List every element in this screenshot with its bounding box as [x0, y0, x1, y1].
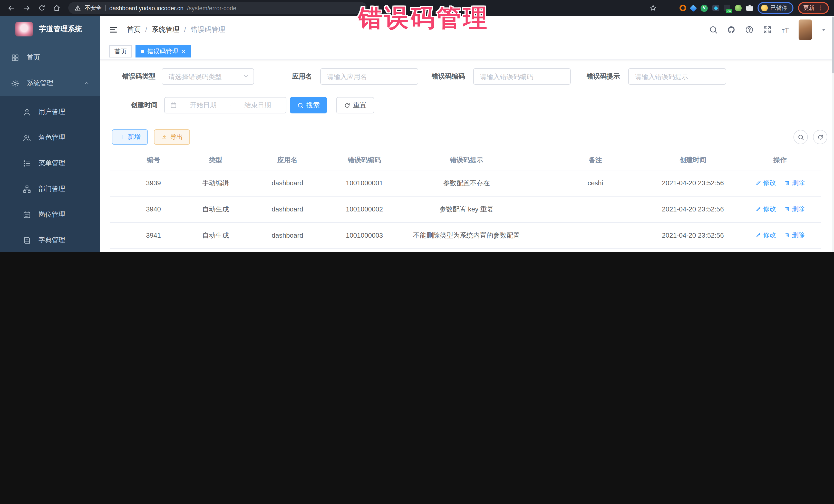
search-button[interactable]: 搜索: [290, 97, 327, 113]
filter-app-input[interactable]: [320, 68, 418, 85]
filter-type-select[interactable]: [162, 68, 254, 85]
date-end-placeholder[interactable]: 结束日期: [235, 101, 281, 110]
forward-icon[interactable]: [23, 4, 31, 12]
sidebar-item-角色管理[interactable]: 角色管理: [0, 125, 100, 150]
trash-icon: [784, 232, 790, 238]
delete-link[interactable]: 删除: [784, 203, 805, 214]
table-row: 3939手动编辑dashboard1001000001参数配置不存在ceshi2…: [110, 170, 821, 196]
cell-memo: [545, 196, 646, 222]
tab-close-icon[interactable]: [181, 49, 186, 53]
github-icon[interactable]: [727, 25, 736, 34]
delete-link[interactable]: 删除: [784, 229, 805, 240]
app-logo[interactable]: 芋道管理系统: [0, 16, 100, 43]
cell-id: 3942: [110, 248, 197, 252]
tab-bar: 首页错误码管理: [100, 43, 834, 60]
avatar-caret-down-icon[interactable]: [821, 26, 827, 32]
export-button-label: 导出: [170, 133, 183, 141]
bookmark-star-icon[interactable]: [649, 4, 657, 12]
browser-home-icon[interactable]: [53, 4, 61, 12]
cell-time: 2021-04-20 23:52:56: [646, 196, 740, 222]
extensions-puzzle-icon[interactable]: [746, 5, 753, 11]
refresh-icon: [817, 134, 824, 140]
sidebar-item-label: 用户管理: [39, 107, 65, 116]
sidebar-item-岗位管理[interactable]: 岗位管理: [0, 202, 100, 227]
sidebar-item-用户管理[interactable]: 用户管理: [0, 99, 100, 125]
search-icon: [297, 102, 304, 109]
extension-orange-icon[interactable]: [680, 5, 686, 11]
column-header-备注: 备注: [545, 150, 646, 170]
refresh-icon: [344, 102, 351, 109]
export-button[interactable]: 导出: [154, 129, 190, 145]
table-header-row: 编号类型应用名错误码编码错误码提示备注创建时间操作: [110, 150, 821, 170]
extension-vue-devtools-icon[interactable]: V: [701, 4, 708, 12]
sidebar-item-字典管理[interactable]: 字典管理: [0, 227, 100, 252]
update-label: 更新: [803, 4, 814, 12]
breadcrumb: 首页/系统管理/错误码管理: [127, 25, 225, 34]
search-icon[interactable]: [709, 25, 718, 34]
cell-id: 3939: [110, 170, 197, 196]
cell-msg: 不允许获取敏感配置到前端: [389, 248, 545, 252]
sidebar-item-首页[interactable]: 首页: [0, 45, 100, 70]
sidebar-item-部门管理[interactable]: 部门管理: [0, 176, 100, 202]
delete-link[interactable]: 删除: [784, 177, 805, 188]
filter-type-input[interactable]: [162, 68, 254, 85]
tab-label: 首页: [114, 47, 127, 56]
cell-msg: 参数配置不存在: [389, 170, 545, 196]
refresh-table-button[interactable]: [813, 130, 827, 144]
edit-link[interactable]: 修改: [755, 177, 776, 188]
date-range-picker[interactable]: 开始日期 - 结束日期: [164, 97, 286, 113]
add-button[interactable]: 新增: [112, 129, 148, 145]
breadcrumb-item[interactable]: 系统管理: [152, 25, 180, 34]
profile-paused-pill[interactable]: 已暂停: [758, 2, 793, 14]
extension-grid-icon[interactable]: [712, 5, 719, 11]
user-avatar[interactable]: [798, 19, 812, 40]
show-search-button[interactable]: [793, 130, 808, 144]
reload-icon[interactable]: [38, 4, 46, 12]
cell-actions: 修改删除: [740, 196, 821, 222]
sidebar-item-菜单管理[interactable]: 菜单管理: [0, 150, 100, 176]
edit-link[interactable]: 修改: [755, 229, 776, 240]
sidebar-item-label: 岗位管理: [39, 210, 65, 219]
column-header-应用名: 应用名: [235, 150, 340, 170]
browser-menu-dots-icon[interactable]: [817, 5, 824, 11]
filter-code-input[interactable]: [473, 68, 571, 85]
date-start-placeholder[interactable]: 开始日期: [180, 101, 226, 110]
filter-code-label: 错误码编码: [432, 72, 473, 81]
question-icon[interactable]: [745, 25, 754, 34]
sidebar-item-系统管理[interactable]: 系统管理: [0, 70, 100, 96]
font-size-icon[interactable]: TT: [781, 25, 790, 34]
hamburger-icon[interactable]: [109, 25, 118, 34]
security-label[interactable]: 不安全: [85, 4, 102, 12]
cell-app: dashboard: [235, 196, 340, 222]
window-scrollbar-thumb[interactable]: [832, 17, 834, 73]
delete-link-label: 删除: [792, 177, 805, 188]
extension-gem-icon[interactable]: [690, 4, 697, 12]
extension-on-badge-icon[interactable]: [724, 5, 730, 11]
tab-首页[interactable]: 首页: [109, 45, 132, 58]
fullscreen-icon[interactable]: [763, 25, 772, 34]
sidebar-submenu: 用户管理角色管理菜单管理部门管理岗位管理字典管理通知公告审计日志在线用户短信管理…: [0, 96, 100, 252]
url-divider: [105, 5, 106, 11]
back-icon[interactable]: [7, 4, 15, 12]
address-bar[interactable]: 不安全 dashboard.yudao.iocoder.cn/system/er…: [68, 2, 367, 14]
gear-icon: [11, 79, 20, 88]
browser-update-button[interactable]: 更新: [798, 2, 829, 14]
filter-time: 创建时间 开始日期 - 结束日期: [131, 97, 286, 113]
home-grid-icon: [11, 53, 20, 62]
table-body: 3939手动编辑dashboard1001000001参数配置不存在ceshi2…: [110, 170, 821, 252]
cell-msg: 不能删除类型为系统内置的参数配置: [389, 222, 545, 248]
filter-msg-input[interactable]: [628, 68, 726, 85]
reset-button[interactable]: 重置: [336, 97, 374, 113]
sidebar-item-label: 菜单管理: [39, 159, 65, 168]
extension-green-icon[interactable]: [735, 5, 742, 11]
breadcrumb-item[interactable]: 首页: [127, 25, 140, 34]
edit-link[interactable]: 修改: [755, 203, 776, 214]
breadcrumb-separator: /: [145, 26, 147, 34]
cell-msg: 参数配置 key 重复: [389, 196, 545, 222]
delete-link-label: 删除: [792, 203, 805, 214]
window-scrollbar[interactable]: [832, 16, 834, 252]
tab-错误码管理[interactable]: 错误码管理: [135, 45, 191, 58]
edit-link-label: 修改: [763, 203, 776, 214]
filter-type-label: 错误码类型: [118, 72, 162, 81]
warning-icon: [74, 5, 81, 11]
